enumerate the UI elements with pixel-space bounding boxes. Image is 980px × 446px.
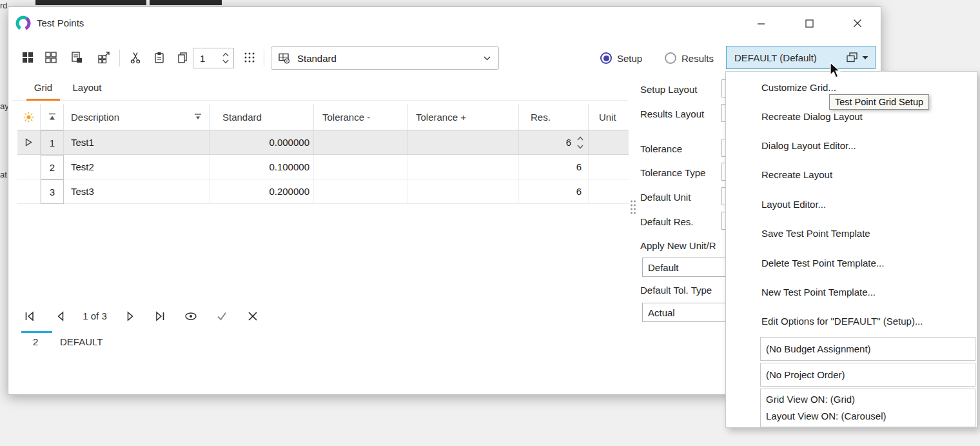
setup-layout-label: Setup Layout <box>640 84 697 97</box>
standard-combobox-value: Standard <box>297 53 484 64</box>
header-tolerance-plus-cell[interactable]: Tolerance + <box>408 104 519 130</box>
menu-item-project-order[interactable]: (No Project Order) <box>760 363 975 387</box>
grid-view-status-label: Grid View ON: (Grid) <box>766 391 855 408</box>
window-title: Test Points <box>37 17 84 28</box>
tolerance-plus-cell[interactable] <box>408 179 519 204</box>
row-indicator-cell[interactable] <box>17 130 41 155</box>
row-count-spinner[interactable]: 1 <box>193 48 234 68</box>
project-order-label: (No Project Order) <box>766 369 845 380</box>
template-dropdown-button[interactable]: DEFAULT (Default) <box>726 46 876 69</box>
background-bar <box>35 0 146 5</box>
header-tolerance-plus-label: Tolerance + <box>416 112 466 123</box>
split-grid-button[interactable] <box>41 47 61 68</box>
paste-button[interactable] <box>149 47 170 68</box>
menu-item-save-template[interactable]: Save Test Point Template <box>726 219 977 248</box>
previous-record-icon <box>54 310 67 323</box>
grid-icon <box>21 51 34 64</box>
export-grid-button[interactable] <box>93 47 114 68</box>
tolerance-type-label: Tolerance Type <box>640 167 705 180</box>
accept-button[interactable] <box>215 309 229 323</box>
grid-view-button[interactable] <box>17 47 38 68</box>
unit-cell[interactable] <box>589 155 629 179</box>
res-spinner-icon[interactable] <box>575 134 585 151</box>
setup-radio[interactable] <box>600 52 612 64</box>
close-button[interactable] <box>843 12 872 34</box>
header-tolerance-minus-cell[interactable]: Tolerance - <box>314 104 408 130</box>
tolerance-minus-cell[interactable] <box>314 179 408 204</box>
apply-new-unit-dropdown[interactable]: Default <box>642 258 736 277</box>
menu-item-delete-template[interactable]: Delete Test Point Template... <box>726 248 977 278</box>
header-res-cell[interactable]: Res. <box>519 104 589 130</box>
splitter-drag-handle[interactable] <box>629 199 637 219</box>
first-record-icon <box>23 310 36 323</box>
nav-previous-button[interactable] <box>54 309 68 323</box>
standard-combobox[interactable]: Standard <box>271 46 499 70</box>
row-indicator-cell[interactable] <box>17 179 41 204</box>
unit-cell[interactable] <box>589 130 629 155</box>
sheet-tab-number[interactable]: 2 <box>33 336 38 347</box>
description-cell[interactable]: Test3 <box>64 179 210 204</box>
cut-button[interactable] <box>126 47 146 68</box>
res-value: 6 <box>566 137 571 148</box>
menu-item-layout-editor[interactable]: Layout Editor... <box>726 190 977 219</box>
table-row[interactable]: 2 Test2 0.100000 6 <box>17 155 629 179</box>
standard-cell[interactable]: 0.100000 <box>210 155 314 179</box>
sort-indicator-icon <box>193 112 202 121</box>
spinner-arrows-icon[interactable] <box>221 51 230 65</box>
nav-first-button[interactable] <box>23 309 37 323</box>
sheet-tab-name[interactable]: DEFAULT <box>60 336 103 347</box>
row-indicator-cell[interactable] <box>17 155 41 179</box>
tab-layout[interactable]: Layout <box>66 82 108 100</box>
header-standard-cell[interactable]: Standard <box>210 104 314 130</box>
standard-cell[interactable]: 0.200000 <box>210 179 314 204</box>
tab-layout-label: Layout <box>72 82 101 93</box>
nav-next-button[interactable] <box>123 309 137 323</box>
template-dropdown-label: DEFAULT (Default) <box>734 52 846 63</box>
table-row[interactable]: 1 Test1 0.000000 6 <box>17 130 629 155</box>
row-number-cell[interactable]: 2 <box>41 155 64 179</box>
cut-icon <box>130 51 142 64</box>
row-number-cell[interactable]: 3 <box>41 179 64 204</box>
header-rownum-cell[interactable] <box>41 104 64 130</box>
default-tol-type-dropdown[interactable]: Actual <box>642 303 736 322</box>
active-sheet-indicator <box>21 331 52 333</box>
table-row[interactable]: 3 Test3 0.200000 6 <box>17 179 629 204</box>
menu-item-view-status[interactable]: Grid View ON: (Grid) Layout View ON: (Ca… <box>760 389 975 427</box>
nav-last-button[interactable] <box>153 309 167 323</box>
minimize-button[interactable] <box>746 12 776 34</box>
description-cell[interactable]: Test1 <box>64 130 210 155</box>
tab-grid[interactable]: Grid <box>26 82 60 100</box>
tab-grid-label: Grid <box>34 82 52 93</box>
tolerance-plus-cell[interactable] <box>408 155 519 179</box>
standard-cell[interactable]: 0.000000 <box>210 130 314 155</box>
maximize-button[interactable] <box>794 12 824 34</box>
apply-new-unit-label: Apply New Unit/R <box>640 240 726 253</box>
results-radio[interactable] <box>665 52 676 64</box>
description-cell[interactable]: Test2 <box>64 155 210 179</box>
layout-view-status-label: Layout View ON: (Carousel) <box>766 408 886 425</box>
chevron-down-icon <box>862 56 868 60</box>
header-unit-cell[interactable]: Unit <box>589 104 629 130</box>
tolerance-minus-cell[interactable] <box>314 155 408 179</box>
menu-item-budget-assignment[interactable]: (No Budget Assignment) <box>760 337 975 361</box>
menu-item-edit-options[interactable]: Edit Options for "DEFAULT" (Setup)... <box>726 307 977 336</box>
tolerance-minus-cell[interactable] <box>314 130 408 155</box>
grid-preview-icon <box>278 52 291 65</box>
row-number-cell[interactable]: 1 <box>41 130 64 155</box>
menu-item-new-template[interactable]: New Test Point Template... <box>726 278 977 307</box>
menu-item-recreate-layout[interactable]: Recreate Layout <box>726 160 977 189</box>
header-standard-label: Standard <box>222 112 262 123</box>
tolerance-plus-cell[interactable] <box>408 130 519 155</box>
header-description-cell[interactable]: Description <box>64 104 210 130</box>
unit-cell[interactable] <box>589 179 629 204</box>
menu-item-dialog-layout-editor[interactable]: Dialog Layout Editor... <box>726 131 977 160</box>
preview-button[interactable] <box>184 309 198 323</box>
cancel-button[interactable] <box>246 309 260 323</box>
copy-button[interactable] <box>172 47 193 68</box>
header-options-cell[interactable] <box>17 104 41 130</box>
res-cell[interactable]: 6 <box>519 130 589 155</box>
copy-grid-button[interactable] <box>66 47 87 68</box>
dots-grid-button[interactable] <box>239 47 260 68</box>
res-cell[interactable]: 6 <box>519 179 589 204</box>
res-cell[interactable]: 6 <box>519 155 589 179</box>
